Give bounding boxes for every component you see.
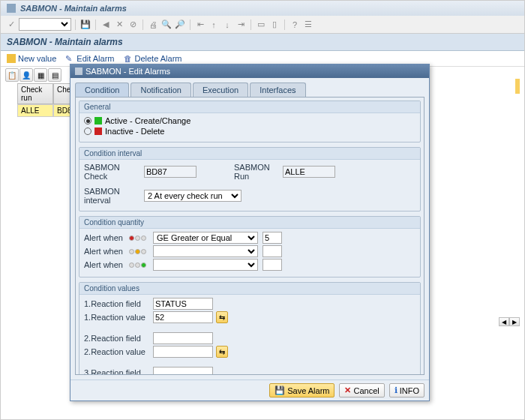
save-icon[interactable]: 💾 <box>80 19 92 31</box>
reaction-value-1-label: 1.Reaction value <box>84 313 153 322</box>
reaction-value-1[interactable] <box>153 311 213 323</box>
tab-notification[interactable]: Notification <box>130 82 190 97</box>
check-icon[interactable]: ✓ <box>5 19 17 31</box>
horizontal-scroll: ◀ ▶ <box>499 317 520 326</box>
alert-val-2[interactable] <box>262 245 282 257</box>
edit-alarm-button[interactable]: ✎ Edit Alarm <box>65 54 114 63</box>
reaction-field-3[interactable] <box>153 367 213 375</box>
yellow-traffic-icon <box>129 247 148 256</box>
trash-icon: 🗑 <box>124 54 133 63</box>
layout1-icon[interactable]: ▭ <box>255 19 267 31</box>
grid-tool-3[interactable]: ▦ <box>34 68 47 82</box>
findnext-icon[interactable]: 🔎 <box>174 19 186 31</box>
page-subtitle: SABMON - Maintain alarms <box>1 34 524 51</box>
grid-tool-1[interactable]: 📋 <box>5 68 19 82</box>
plus-icon <box>7 54 16 63</box>
reaction-field-1[interactable] <box>153 298 213 310</box>
window-icon <box>7 4 16 13</box>
reaction-field-2-label: 2.Reaction field <box>84 334 153 343</box>
alert-val-1[interactable] <box>262 232 282 244</box>
dialog-titlebar: SABMON - Edit Alarms <box>70 64 429 78</box>
grid-tool-4[interactable]: ▤ <box>48 68 62 82</box>
next-page-icon[interactable]: ↓ <box>221 19 233 31</box>
new-value-button[interactable]: New value <box>7 54 56 63</box>
exit-icon[interactable]: ✕ <box>113 19 125 31</box>
alert-op-select-2[interactable] <box>153 245 258 257</box>
dialog-title: SABMON - Edit Alarms <box>86 67 170 76</box>
help-icon[interactable]: ? <box>289 19 301 31</box>
info-icon: ℹ <box>394 386 398 395</box>
print-icon[interactable]: 🖨 <box>147 19 159 31</box>
save-alarm-label: Save Alarm <box>287 386 329 395</box>
inactive-label: Inactive - Delete <box>105 127 164 136</box>
green-traffic-icon <box>129 260 148 269</box>
alert-when-label-3: Alert when <box>84 260 129 269</box>
sabmon-run-label: SABMON Run <box>234 163 283 181</box>
grid-header-checkrun[interactable]: Check run <box>17 83 53 104</box>
back-icon[interactable]: ◀ <box>100 19 112 31</box>
last-page-icon[interactable]: ⇥ <box>235 19 247 31</box>
sabmon-check-label: SABMON Check <box>84 163 144 181</box>
active-indicator-icon <box>94 117 102 124</box>
tab-interfaces[interactable]: Interfaces <box>250 82 305 97</box>
sabmon-check-field <box>144 166 196 178</box>
cancel-label: Cancel <box>353 386 379 395</box>
cancel-icon[interactable]: ⊘ <box>127 19 139 31</box>
inactive-radio[interactable] <box>84 128 92 135</box>
edit-alarm-label: Edit Alarm <box>76 54 114 63</box>
red-traffic-icon <box>129 233 148 242</box>
value-help-1-button[interactable]: ⇆ <box>216 311 228 323</box>
reaction-value-2-label: 2.Reaction value <box>84 347 153 356</box>
scroll-right-button[interactable]: ▶ <box>509 317 520 326</box>
sabmon-run-field <box>283 166 335 178</box>
cancel-icon: ✕ <box>344 386 351 395</box>
general-group-title: General <box>80 101 420 113</box>
window-title: SABMON - Maintain alarms <box>20 4 127 13</box>
prev-page-icon[interactable]: ↑ <box>208 19 220 31</box>
values-group-title: Condition values <box>80 283 420 295</box>
save-icon: 💾 <box>274 386 285 395</box>
grid-tool-2[interactable]: 👤 <box>20 68 33 82</box>
reaction-field-2[interactable] <box>153 332 213 344</box>
new-value-label: New value <box>18 54 56 63</box>
layout2-icon[interactable]: ▯ <box>268 19 280 31</box>
alert-op-select-1[interactable]: GE Greater or Equal <box>153 232 258 244</box>
active-label: Active - Create/Change <box>105 116 190 125</box>
menu-icon[interactable]: ☰ <box>302 19 314 31</box>
tab-condition[interactable]: Condition <box>75 82 129 97</box>
value-help-2-button[interactable]: ⇆ <box>216 346 228 358</box>
grid-cell-alle[interactable]: ALLE <box>17 104 53 117</box>
scroll-left-button[interactable]: ◀ <box>499 317 509 326</box>
info-label: INFO <box>400 386 419 395</box>
reaction-field-3-label: 3.Reaction field <box>84 368 153 375</box>
sabmon-interval-select[interactable]: 2 At every check run <box>144 190 242 202</box>
tab-execution[interactable]: Execution <box>193 82 248 97</box>
alert-when-label-1: Alert when <box>84 233 129 242</box>
main-toolbar: ✓ 💾 ◀ ✕ ⊘ 🖨 🔍 🔎 ⇤ ↑ ↓ ⇥ ▭ ▯ ? ☰ <box>1 16 524 34</box>
selection-strip <box>515 79 520 94</box>
sabmon-interval-label: SABMON interval <box>84 187 144 205</box>
info-button[interactable]: ℹINFO <box>389 383 424 398</box>
window-titlebar: SABMON - Maintain alarms <box>1 1 524 16</box>
alert-op-select-3[interactable] <box>153 259 258 271</box>
pencil-icon: ✎ <box>65 54 74 63</box>
dialog-icon <box>75 68 82 75</box>
command-field[interactable] <box>19 18 71 31</box>
inactive-indicator-icon <box>94 128 102 135</box>
find-icon[interactable]: 🔍 <box>160 19 172 31</box>
first-page-icon[interactable]: ⇤ <box>194 19 206 31</box>
quantity-group-title: Condition quantity <box>80 217 420 229</box>
delete-alarm-label: Delete Alarm <box>135 54 182 63</box>
save-alarm-button[interactable]: 💾Save Alarm <box>269 383 334 398</box>
alert-when-label-2: Alert when <box>84 247 129 256</box>
reaction-field-1-label: 1.Reaction field <box>84 299 153 308</box>
interval-group-title: Condition interval <box>80 148 420 160</box>
cancel-button[interactable]: ✕Cancel <box>339 383 384 398</box>
alert-val-3[interactable] <box>262 259 282 271</box>
reaction-value-2[interactable] <box>153 346 213 358</box>
active-radio[interactable] <box>84 117 92 124</box>
edit-alarms-dialog: SABMON - Edit Alarms Condition Notificat… <box>70 64 430 401</box>
delete-alarm-button[interactable]: 🗑 Delete Alarm <box>124 54 182 63</box>
